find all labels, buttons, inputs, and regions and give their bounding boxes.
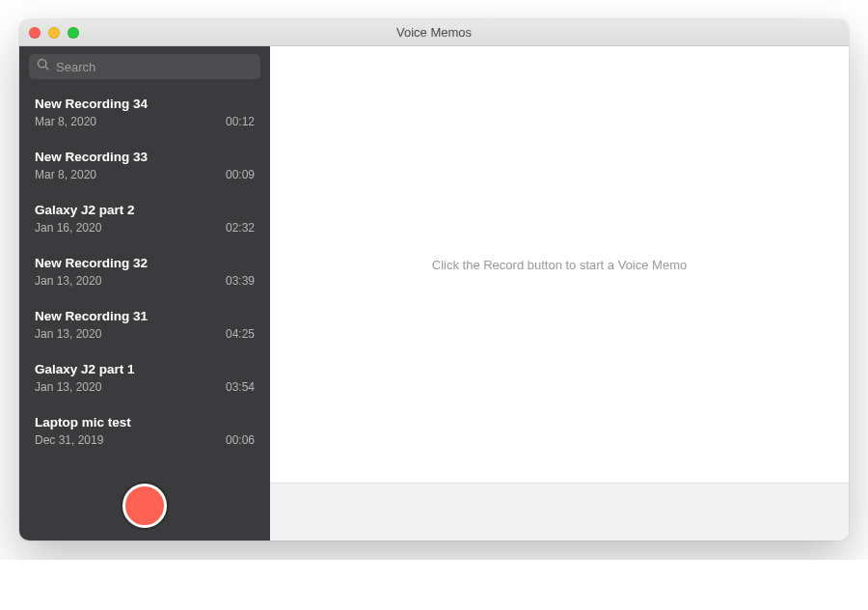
empty-state-hint: Click the Record button to start a Voice… — [432, 258, 687, 272]
recording-title: Laptop mic test — [35, 415, 255, 430]
content-footer — [270, 483, 849, 541]
recordings-list: New Recording 34Mar 8, 202000:12New Reco… — [19, 87, 270, 471]
window-body: New Recording 34Mar 8, 202000:12New Reco… — [19, 46, 849, 541]
recording-meta: Jan 13, 202003:39 — [35, 274, 255, 288]
recording-row[interactable]: New Recording 32Jan 13, 202003:39 — [19, 246, 270, 299]
recording-date: Jan 13, 2020 — [35, 274, 101, 288]
window-controls — [29, 27, 79, 39]
recording-duration: 00:06 — [226, 433, 255, 447]
recording-row[interactable]: New Recording 31Jan 13, 202004:25 — [19, 299, 270, 352]
recording-meta: Mar 8, 202000:12 — [35, 115, 255, 128]
recording-meta: Jan 13, 202003:54 — [35, 380, 255, 394]
recording-date: Mar 8, 2020 — [35, 115, 96, 128]
recording-row[interactable]: Galaxy J2 part 2Jan 16, 202002:32 — [19, 193, 270, 246]
recording-duration: 03:39 — [226, 274, 255, 288]
record-button[interactable] — [122, 484, 167, 528]
recording-date: Jan 13, 2020 — [35, 327, 101, 341]
recording-title: New Recording 31 — [35, 309, 255, 323]
recording-row[interactable]: New Recording 34Mar 8, 202000:12 — [19, 87, 270, 140]
search-input[interactable] — [56, 60, 253, 74]
recording-duration: 04:25 — [226, 327, 255, 341]
recording-row[interactable]: Galaxy J2 part 1Jan 13, 202003:54 — [19, 352, 270, 405]
window-title: Voice Memos — [19, 25, 849, 40]
search-container — [19, 46, 270, 87]
titlebar: Voice Memos — [19, 19, 849, 46]
recording-title: New Recording 32 — [35, 256, 255, 270]
recording-date: Mar 8, 2020 — [35, 168, 96, 181]
recording-row[interactable]: Laptop mic testDec 31, 201900:06 — [19, 405, 270, 458]
search-field[interactable] — [29, 54, 260, 79]
recording-date: Jan 16, 2020 — [35, 221, 101, 235]
zoom-window-button[interactable] — [68, 27, 79, 39]
recording-meta: Jan 16, 202002:32 — [35, 221, 255, 235]
minimize-window-button[interactable] — [48, 27, 60, 39]
recording-duration: 00:12 — [226, 115, 255, 128]
app-window: Voice Memos New Recording 34Mar 8, 20200… — [19, 19, 849, 541]
sidebar: New Recording 34Mar 8, 202000:12New Reco… — [19, 46, 270, 541]
recording-date: Dec 31, 2019 — [35, 433, 103, 447]
recording-meta: Mar 8, 202000:09 — [35, 168, 255, 181]
recording-date: Jan 13, 2020 — [35, 380, 101, 394]
content-main: Click the Record button to start a Voice… — [270, 46, 849, 483]
recording-meta: Dec 31, 201900:06 — [35, 433, 255, 447]
close-window-button[interactable] — [29, 27, 41, 39]
recording-duration: 02:32 — [226, 221, 255, 235]
content-pane: Click the Record button to start a Voice… — [270, 46, 849, 541]
recording-title: New Recording 34 — [35, 97, 255, 111]
search-icon — [37, 58, 50, 75]
recording-title: Galaxy J2 part 1 — [35, 362, 255, 376]
recording-duration: 00:09 — [226, 168, 255, 181]
recording-duration: 03:54 — [226, 380, 255, 394]
recording-meta: Jan 13, 202004:25 — [35, 327, 255, 341]
recording-title: Galaxy J2 part 2 — [35, 203, 255, 217]
record-bar — [19, 471, 270, 541]
recording-title: New Recording 33 — [35, 150, 255, 164]
recording-row[interactable]: New Recording 33Mar 8, 202000:09 — [19, 140, 270, 193]
